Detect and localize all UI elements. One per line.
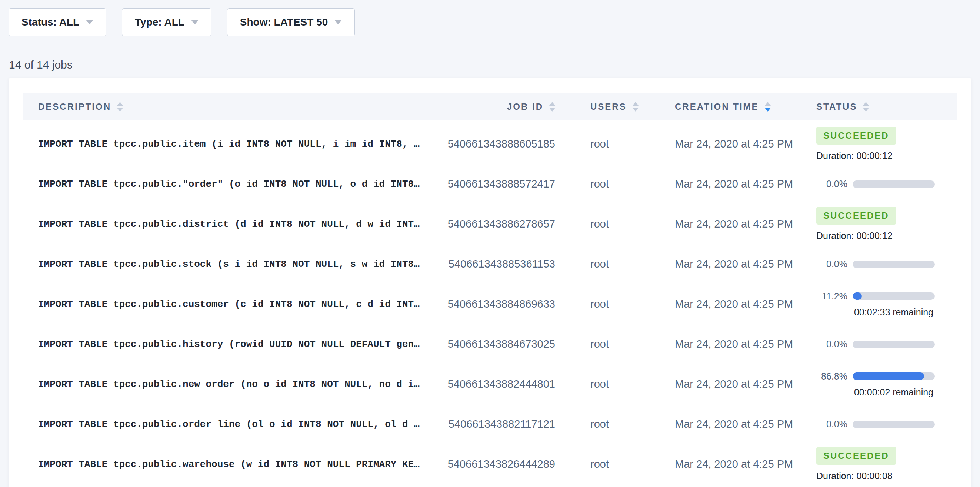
column-header-users[interactable]: USERS	[555, 102, 665, 112]
job-duration: Duration: 00:00:12	[816, 230, 958, 241]
job-description: IMPORT TABLE tpcc.public.warehouse (w_id…	[38, 459, 441, 470]
table-row: IMPORT TABLE tpcc.public.history (rowid …	[22, 328, 958, 360]
job-description: IMPORT TABLE tpcc.public."order" (o_id I…	[38, 179, 441, 190]
job-user-cell: root	[555, 338, 665, 350]
job-description: IMPORT TABLE tpcc.public.customer (c_id …	[38, 299, 441, 310]
column-header-label: STATUS	[816, 102, 857, 112]
job-user-cell: root	[555, 378, 665, 390]
chevron-down-icon	[191, 20, 199, 24]
job-creation-time: Mar 24, 2020 at 4:25 PM	[675, 138, 793, 150]
table-row: IMPORT TABLE tpcc.public.customer (c_id …	[22, 280, 958, 328]
column-header-creation-time[interactable]: CREATION TIME	[665, 102, 805, 112]
table-body: IMPORT TABLE tpcc.public.item (i_id INT8…	[22, 120, 958, 487]
job-id-link[interactable]: 540661343888572417	[448, 178, 555, 190]
jobs-count-summary: 14 of 14 jobs	[9, 59, 73, 71]
show-filter-dropdown[interactable]: Show: LATEST 50	[227, 8, 355, 36]
job-description-cell: IMPORT TABLE tpcc.public.new_order (no_o…	[22, 379, 441, 390]
job-id-link[interactable]: 540661343884869633	[448, 298, 555, 310]
progress-percent: 11.2%	[816, 291, 847, 302]
status-filter-dropdown[interactable]: Status: ALL	[8, 8, 106, 36]
job-description-cell: IMPORT TABLE tpcc.public.district (d_id …	[22, 219, 441, 230]
job-status-cell: SUCCEEDEDDuration: 00:00:08	[805, 447, 958, 481]
job-id-cell: 540661343882117121	[441, 418, 555, 430]
job-id-link[interactable]: 540661343885361153	[449, 258, 555, 270]
job-user-cell: root	[555, 298, 665, 310]
job-id-cell: 540661343884673025	[441, 338, 555, 350]
status-badge-succeeded: SUCCEEDED	[816, 127, 896, 145]
job-user: root	[590, 418, 609, 430]
job-user: root	[590, 458, 609, 470]
job-creation-time-cell: Mar 24, 2020 at 4:25 PM	[665, 258, 805, 270]
sort-arrows-icon	[765, 102, 771, 112]
type-filter-dropdown[interactable]: Type: ALL	[122, 8, 212, 36]
job-id-link[interactable]: 540661343884673025	[448, 338, 555, 350]
job-creation-time: Mar 24, 2020 at 4:25 PM	[675, 458, 793, 470]
job-creation-time: Mar 24, 2020 at 4:25 PM	[675, 298, 793, 310]
job-user: root	[590, 138, 609, 150]
progress-percent: 0.0%	[816, 419, 847, 430]
job-description: IMPORT TABLE tpcc.public.order_line (ol_…	[38, 419, 441, 430]
sort-desc-icon	[863, 108, 869, 112]
progress-remaining: 00:00:02 remaining	[853, 387, 935, 398]
job-description-cell: IMPORT TABLE tpcc.public."order" (o_id I…	[22, 179, 441, 190]
job-status-cell: SUCCEEDEDDuration: 00:00:12	[805, 207, 958, 241]
job-duration: Duration: 00:00:12	[816, 150, 958, 161]
job-user-cell: root	[555, 458, 665, 470]
table-row: IMPORT TABLE tpcc.public.order_line (ol_…	[22, 409, 958, 440]
chevron-down-icon	[86, 20, 93, 24]
job-progress: 0.0%	[816, 179, 958, 189]
job-user: root	[590, 378, 609, 390]
sort-asc-icon	[117, 102, 123, 105]
job-creation-time: Mar 24, 2020 at 4:25 PM	[675, 218, 793, 230]
status-filter-label: Status: ALL	[21, 16, 79, 28]
job-id-cell: 540661343826444289	[441, 458, 555, 470]
job-id-cell: 540661343885361153	[441, 258, 555, 270]
progress-percent: 0.0%	[816, 259, 847, 270]
job-id-cell: 540661343884869633	[441, 298, 555, 310]
job-id-link[interactable]: 540661343882444801	[448, 378, 555, 390]
job-creation-time-cell: Mar 24, 2020 at 4:25 PM	[665, 418, 805, 430]
column-header-status[interactable]: STATUS	[805, 102, 958, 112]
job-id-link[interactable]: 540661343888605185	[448, 138, 555, 150]
job-progress: 0.0%	[816, 339, 958, 350]
job-user: root	[590, 298, 609, 310]
progress-bar-fill	[853, 372, 924, 380]
status-badge-succeeded: SUCCEEDED	[816, 207, 896, 225]
table-row: IMPORT TABLE tpcc.public.new_order (no_o…	[22, 360, 958, 409]
job-creation-time: Mar 24, 2020 at 4:25 PM	[675, 338, 793, 350]
job-progress: 86.8%	[816, 371, 958, 382]
job-description-cell: IMPORT TABLE tpcc.public.history (rowid …	[22, 339, 441, 350]
job-user: root	[590, 338, 609, 350]
sort-arrows-icon	[117, 102, 123, 112]
job-id-link[interactable]: 540661343826444289	[448, 458, 555, 470]
column-header-job-id[interactable]: JOB ID	[441, 102, 555, 112]
job-progress: 0.0%	[816, 259, 958, 270]
job-description: IMPORT TABLE tpcc.public.item (i_id INT8…	[38, 139, 441, 150]
job-creation-time: Mar 24, 2020 at 4:25 PM	[675, 378, 793, 390]
column-header-label: CREATION TIME	[675, 102, 759, 112]
job-id-cell: 540661343888572417	[441, 178, 555, 190]
sort-arrows-icon	[549, 102, 555, 112]
sort-arrows-icon	[863, 102, 869, 112]
job-status-cell: 0.0%	[805, 259, 958, 270]
job-description: IMPORT TABLE tpcc.public.new_order (no_o…	[38, 379, 441, 390]
job-creation-time-cell: Mar 24, 2020 at 4:25 PM	[665, 178, 805, 190]
progress-bar	[853, 421, 935, 428]
type-filter-label: Type: ALL	[135, 16, 185, 28]
jobs-table: DESCRIPTIONJOB IDUSERSCREATION TIMESTATU…	[22, 93, 958, 487]
table-header-row: DESCRIPTIONJOB IDUSERSCREATION TIMESTATU…	[22, 93, 958, 120]
job-id-link[interactable]: 540661343882117121	[449, 418, 555, 430]
jobs-table-card: DESCRIPTIONJOB IDUSERSCREATION TIMESTATU…	[8, 78, 972, 487]
filters-bar: Status: ALL Type: ALL Show: LATEST 50	[8, 8, 355, 36]
progress-bar	[853, 341, 935, 348]
job-creation-time-cell: Mar 24, 2020 at 4:25 PM	[665, 218, 805, 230]
column-header-description[interactable]: DESCRIPTION	[22, 102, 441, 112]
job-id-link[interactable]: 540661343886278657	[448, 218, 555, 230]
job-progress: 0.0%	[816, 419, 958, 430]
job-user: root	[590, 258, 609, 270]
job-description-cell: IMPORT TABLE tpcc.public.customer (c_id …	[22, 299, 441, 310]
job-user: root	[590, 178, 609, 190]
progress-bar	[853, 260, 935, 268]
job-creation-time: Mar 24, 2020 at 4:25 PM	[675, 258, 793, 270]
sort-desc-icon	[549, 108, 555, 112]
